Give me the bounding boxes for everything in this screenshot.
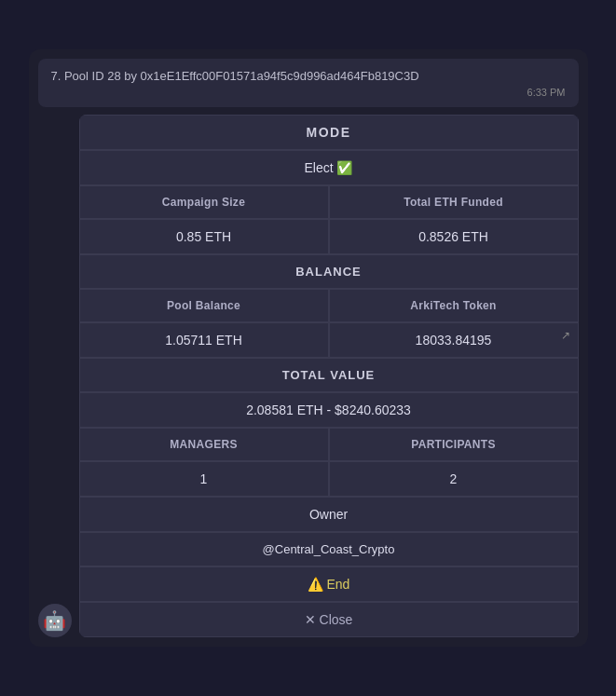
pool-balance-value: 1.05711 ETH: [79, 322, 329, 358]
campaign-size-value: 0.85 ETH: [79, 219, 329, 254]
arkitech-value[interactable]: 18033.84195 ↗: [329, 322, 579, 358]
external-link-icon[interactable]: ↗: [561, 329, 570, 342]
managers-label: MANAGERS: [79, 428, 329, 461]
message-header: 7. Pool ID 28 by 0x1eE1Effc00F01571a94f5…: [38, 59, 579, 107]
total-eth-funded-value: 0.8526 ETH: [329, 219, 579, 254]
managers-value: 1: [79, 461, 329, 497]
bot-icon: 🤖: [43, 609, 66, 632]
owner-value: @Central_Coast_Crypto: [79, 532, 579, 566]
total-value-section-label: TOTAL VALUE: [79, 358, 579, 392]
pool-balance-label: Pool Balance: [79, 289, 329, 322]
owner-label: Owner: [79, 497, 579, 532]
arkitech-token-label: ArkiTech Token: [329, 289, 579, 322]
bot-avatar: 🤖: [38, 604, 72, 637]
total-eth-funded-label: Total ETH Funded: [329, 185, 579, 219]
participants-label: PARTICIPANTS: [329, 428, 579, 461]
balance-section-label: BALANCE: [79, 254, 579, 289]
pool-id-text: 7. Pool ID 28 by 0x1eE1Effc00F01571a94f5…: [51, 68, 566, 85]
pool-id-line: 7. Pool ID 28 by 0x1eE1Effc00F01571a94f5…: [51, 69, 419, 83]
mode-card: MODE Elect ✅ Campaign Size Total ETH Fun…: [79, 115, 579, 637]
close-button[interactable]: ✕ Close: [79, 602, 579, 637]
end-button[interactable]: ⚠️ End: [79, 566, 579, 602]
mode-value: Elect ✅: [79, 150, 579, 185]
timestamp: 6:33 PM: [51, 87, 566, 98]
participants-value: 2: [329, 461, 579, 497]
campaign-size-label: Campaign Size: [79, 185, 329, 219]
mode-label: MODE: [79, 115, 579, 150]
total-value-amount: 2.08581 ETH - $8240.60233: [79, 392, 579, 428]
